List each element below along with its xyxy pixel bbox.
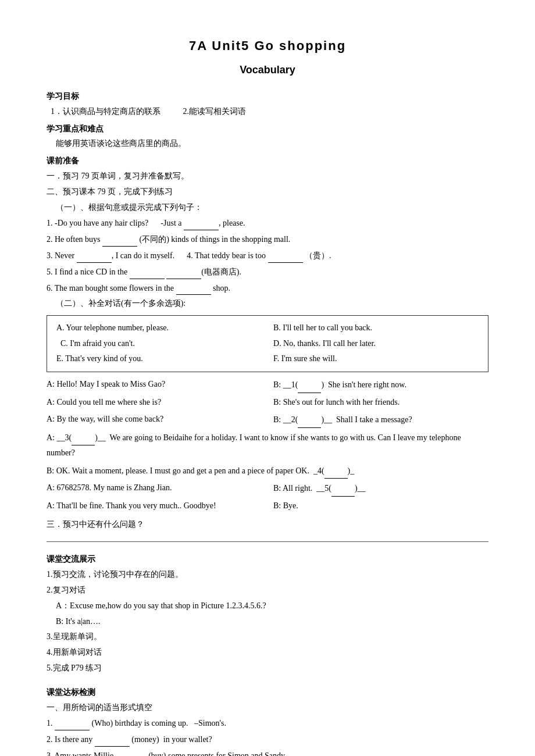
prep-item-1: 一．预习 79 页单词，复习并准备默写。 xyxy=(47,169,488,183)
fill-sentence-1: 1. -Do you have any hair clips? -Just a … xyxy=(47,216,488,230)
conv-line-3a: A: By the way, will she come back? xyxy=(47,412,262,428)
classroom-item-2b: B: It's a|an…. xyxy=(47,615,488,629)
divider xyxy=(47,541,488,542)
dialog-box: A. Your telephone number, please. B. I'l… xyxy=(47,315,488,372)
key-points-content: 能够用英语谈论这些商店里的商品。 xyxy=(47,137,488,151)
assess-item-2: 2. Is there any (money) in your wallet? xyxy=(47,732,488,747)
fill-sentence-4: 5. I find a nice CD in the (电器商店). xyxy=(47,265,488,279)
assess-item-1: 1. (Who) birthday is coming up. –Simon's… xyxy=(47,716,488,730)
assessment-intro: 一、用所给词的适当形式填空 xyxy=(47,701,488,715)
classroom-item-2: 2.复习对话 xyxy=(47,583,488,597)
objectives-heading: 学习目标 xyxy=(47,90,488,104)
classroom-item-3: 3.呈现新单词。 xyxy=(47,630,488,644)
conv-line-2a: A: Could you tell me where she is? xyxy=(47,395,262,411)
classroom-heading: 课堂交流展示 xyxy=(47,552,488,566)
fill-sentence-2: 2. He often buys (不同的) kinds of things i… xyxy=(47,232,488,247)
conv-line-2b: B: She's out for lunch with her friends. xyxy=(273,395,488,411)
dialog-option-e: E. That's very kind of you. xyxy=(56,351,262,367)
classroom-item-1: 1.预习交流，讨论预习中存在的问题。 xyxy=(47,568,488,582)
fill-sentence-5: 6. The man bought some flowers in the sh… xyxy=(47,281,488,295)
conv-line-1a: A: Hello! May I speak to Miss Gao? xyxy=(47,377,262,393)
conv-line-4a: A: __3( )__ We are going to Beidaihe for… xyxy=(47,430,488,461)
prep-item-2: 二、预习课本 79 页，完成下列练习 xyxy=(47,185,488,199)
dialog-option-b: B. I'll tell her to call you back. xyxy=(273,320,479,336)
classroom-item-4: 4.用新单词对话 xyxy=(47,646,488,659)
fill-sentence-3: 3. Never , I can do it myself. 4. That t… xyxy=(47,248,488,263)
conv-line-1b: B: __1( ) She isn't here right now. xyxy=(273,377,488,393)
conv-line-5b: B: All right. __5( )__ xyxy=(273,480,488,497)
page-title: 7A Unit5 Go shopping xyxy=(47,35,488,56)
assessment-heading: 课堂达标检测 xyxy=(47,686,488,700)
conv-line-6a: A: That'll be fine. Thank you very much.… xyxy=(47,498,262,514)
objectives-content: 1．认识商品与特定商店的联系 2.能读写相关词语 xyxy=(47,105,488,119)
classroom-item-5: 5.完成 P79 练习 xyxy=(47,661,488,675)
key-points-heading: 学习重点和难点 xyxy=(47,122,488,136)
assess-item-3: 3. Amy wants Millie (buy) some presents … xyxy=(47,748,488,756)
conv-line-3b: B: __2( )__ Shall I take a message? xyxy=(273,412,488,428)
conv-line-5a: A: 67682578. My name is Zhang Jian. xyxy=(47,480,262,497)
prep-item-3: （一）、根据句意或提示完成下列句子： xyxy=(47,201,488,215)
conversation-block: A: Hello! May I speak to Miss Gao? B: __… xyxy=(47,377,488,514)
conv-line-6b: B: Bye. xyxy=(273,498,488,514)
conv-line-4b: B: OK. Wait a moment, please. I must go … xyxy=(47,463,488,479)
dialog-option-a: A. Your telephone number, please. xyxy=(56,320,262,336)
dialog-option-d: D. No, thanks. I'll call her later. xyxy=(273,336,479,352)
section-two-heading: （二）、补全对话(有一个多余选项): xyxy=(47,297,488,311)
classroom-item-2a: A：Excuse me,how do you say that shop in … xyxy=(47,599,488,613)
dialog-option-f: F. I'm sure she will. xyxy=(273,351,479,367)
subtitle: Vocabulary xyxy=(47,61,488,79)
dialog-option-c: C. I'm afraid you can't. xyxy=(56,336,262,352)
preparation-heading: 课前准备 xyxy=(47,154,488,168)
preview-note: 三．预习中还有什么问题？ xyxy=(47,518,488,532)
